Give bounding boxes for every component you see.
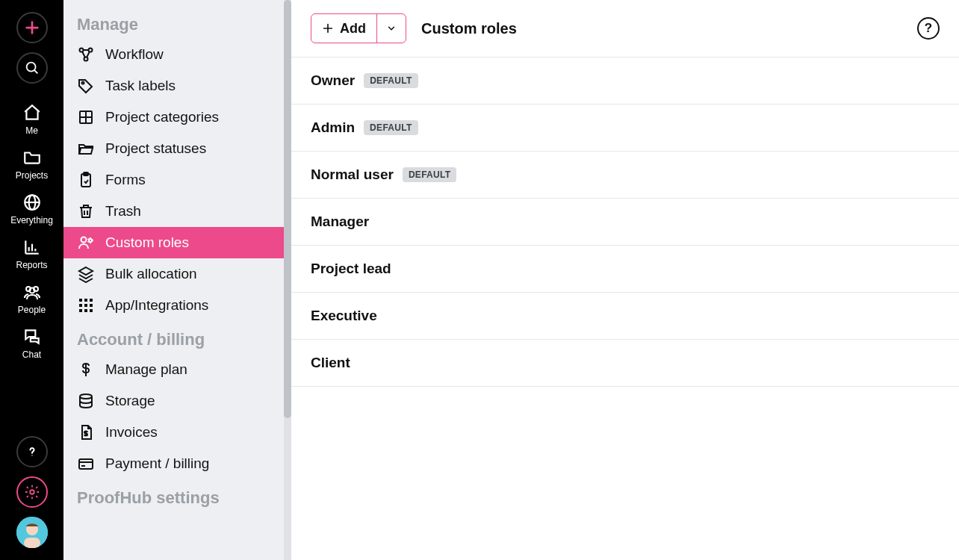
invoice-icon bbox=[77, 423, 95, 441]
home-icon bbox=[22, 103, 42, 122]
global-search-button[interactable] bbox=[16, 52, 48, 84]
question-icon bbox=[25, 444, 40, 459]
globe-icon bbox=[22, 193, 42, 212]
sidebar-item-payment-billing[interactable]: Payment / billing bbox=[63, 448, 291, 479]
sidebar-item-label: Forms bbox=[105, 172, 146, 188]
rail-nav-reports[interactable]: Reports bbox=[0, 230, 63, 275]
sidebar-item-label: Project statuses bbox=[105, 140, 206, 157]
sidebar-item-workflow[interactable]: Workflow bbox=[63, 39, 291, 70]
settings-sidebar: Manage Workflow Task labels Project cate… bbox=[63, 0, 291, 560]
add-button-dropdown[interactable] bbox=[376, 14, 406, 43]
role-name: Manager bbox=[311, 214, 369, 230]
role-row[interactable]: Executive bbox=[291, 293, 959, 340]
dollar-icon bbox=[77, 361, 95, 379]
svg-point-15 bbox=[31, 455, 32, 455]
rail-nav-everything[interactable]: Everything bbox=[0, 185, 63, 230]
card-icon bbox=[77, 455, 95, 473]
role-row[interactable]: OwnerDEFAULT bbox=[291, 57, 959, 105]
rail-nav-label: Me bbox=[0, 125, 63, 136]
rail-nav-me[interactable]: Me bbox=[0, 96, 63, 140]
svg-rect-43 bbox=[79, 459, 93, 469]
sidebar-item-invoices[interactable]: Invoices bbox=[63, 417, 291, 448]
add-button[interactable]: Add bbox=[311, 13, 406, 43]
rail-nav-projects[interactable]: Projects bbox=[0, 140, 63, 185]
rail-nav-label: People bbox=[0, 305, 63, 315]
sidebar-item-custom-roles[interactable]: Custom roles bbox=[63, 227, 287, 258]
sidebar-item-label: Workflow bbox=[105, 46, 164, 63]
user-avatar[interactable] bbox=[16, 517, 48, 548]
sidebar-item-trash[interactable]: Trash bbox=[63, 196, 291, 227]
sidebar-item-forms[interactable]: Forms bbox=[63, 164, 291, 196]
trash-icon bbox=[77, 202, 95, 220]
chevron-down-icon bbox=[386, 23, 397, 34]
svg-point-42 bbox=[80, 394, 92, 399]
tag-icon bbox=[77, 77, 95, 95]
settings-button[interactable] bbox=[16, 476, 48, 508]
main-content: Add Custom roles ? OwnerDEFAULTAdminDEFA… bbox=[291, 0, 959, 560]
role-row[interactable]: Client bbox=[291, 340, 959, 387]
user-gear-icon bbox=[77, 234, 95, 252]
layers-icon bbox=[77, 265, 95, 283]
sidebar-item-project-statuses[interactable]: Project statuses bbox=[63, 133, 291, 164]
toolbar: Add Custom roles ? bbox=[291, 0, 959, 57]
sidebar-item-task-labels[interactable]: Task labels bbox=[63, 70, 291, 102]
sidebar-section-title: Manage bbox=[63, 6, 291, 39]
svg-rect-37 bbox=[84, 304, 87, 307]
sidebar-item-storage[interactable]: Storage bbox=[63, 385, 291, 417]
rail-nav-label: Reports bbox=[0, 260, 63, 270]
global-add-button[interactable] bbox=[16, 12, 48, 43]
sidebar-item-apps-integrations[interactable]: App/Integrations bbox=[63, 290, 291, 321]
plus-icon bbox=[322, 22, 334, 34]
svg-point-23 bbox=[82, 82, 84, 84]
role-name: Executive bbox=[311, 308, 377, 324]
bar-chart-icon bbox=[22, 237, 42, 257]
add-button-main[interactable]: Add bbox=[311, 14, 376, 43]
add-button-label: Add bbox=[340, 21, 366, 37]
svg-rect-35 bbox=[90, 299, 93, 302]
svg-point-31 bbox=[81, 237, 87, 243]
clipboard-icon bbox=[77, 171, 95, 189]
svg-point-2 bbox=[26, 63, 35, 72]
role-name: Project lead bbox=[311, 261, 391, 277]
svg-point-16 bbox=[30, 490, 34, 494]
default-badge: DEFAULT bbox=[403, 167, 457, 182]
sidebar-item-label: Storage bbox=[105, 393, 155, 409]
help-center-button[interactable] bbox=[16, 436, 48, 467]
roles-list: OwnerDEFAULTAdminDEFAULTNormal userDEFAU… bbox=[291, 57, 959, 387]
grid-icon bbox=[77, 108, 95, 126]
people-icon bbox=[22, 282, 43, 302]
sidebar-item-manage-plan[interactable]: Manage plan bbox=[63, 354, 291, 385]
role-name: Client bbox=[311, 355, 350, 371]
role-row[interactable]: AdminDEFAULT bbox=[291, 105, 959, 152]
rail-nav-label: Chat bbox=[0, 349, 63, 360]
sidebar-item-bulk-allocation[interactable]: Bulk allocation bbox=[63, 258, 291, 290]
sidebar-scrollbar-thumb[interactable] bbox=[284, 0, 291, 418]
rail-nav-people[interactable]: People bbox=[0, 275, 63, 320]
folder-icon bbox=[22, 148, 42, 167]
sidebar-item-label: Custom roles bbox=[105, 234, 189, 251]
sidebar-item-label: Project categories bbox=[105, 109, 219, 125]
sidebar-item-label: App/Integrations bbox=[105, 297, 208, 314]
default-badge: DEFAULT bbox=[364, 73, 418, 88]
default-badge: DEFAULT bbox=[364, 120, 418, 135]
role-row[interactable]: Project lead bbox=[291, 246, 959, 293]
page-help-button[interactable]: ? bbox=[917, 17, 940, 40]
role-row[interactable]: Normal userDEFAULT bbox=[291, 152, 959, 199]
rail-nav-label: Projects bbox=[0, 170, 63, 181]
sidebar-item-project-categories[interactable]: Project categories bbox=[63, 102, 291, 133]
svg-rect-38 bbox=[90, 304, 93, 307]
sidebar-section-title: Account / billing bbox=[63, 321, 291, 354]
sidebar-item-label: Manage plan bbox=[105, 361, 187, 378]
role-name: Admin bbox=[311, 119, 355, 136]
folder-open-icon bbox=[77, 140, 95, 158]
svg-rect-36 bbox=[79, 304, 82, 307]
sidebar-section-title: ProofHub settings bbox=[63, 479, 291, 512]
role-name: Owner bbox=[311, 72, 355, 89]
gear-icon bbox=[24, 484, 40, 500]
rail-nav-chat[interactable]: Chat bbox=[0, 320, 63, 364]
role-row[interactable]: Manager bbox=[291, 199, 959, 246]
sidebar-item-label: Task labels bbox=[105, 78, 176, 94]
svg-rect-33 bbox=[79, 299, 82, 302]
app-root: Me Projects Everything Reports People Ch… bbox=[0, 0, 959, 560]
sidebar-item-label: Invoices bbox=[105, 424, 158, 441]
